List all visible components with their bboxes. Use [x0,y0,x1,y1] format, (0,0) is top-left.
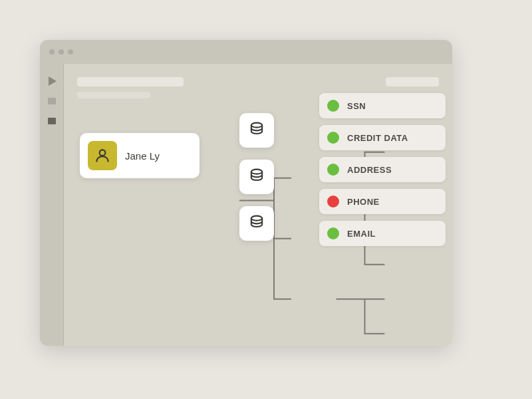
content-bar-right [386,77,439,86]
data-row-label-phone: PHONE [347,197,380,207]
person-node: Jane Ly [80,133,200,178]
svg-point-0 [100,150,106,156]
database-node-2 [239,160,274,194]
data-row-address: ADDRESS [319,157,446,182]
person-icon [94,147,111,164]
status-dot-credit [327,132,339,144]
svg-point-3 [251,216,262,221]
person-avatar [88,141,117,170]
browser-titlebar [40,40,452,64]
status-dot-ssn [327,100,339,112]
database-node-3 [239,206,274,241]
status-dot-phone [327,196,339,207]
scene: Jane Ly [27,27,505,372]
svg-point-2 [251,170,262,174]
svg-point-1 [251,123,262,128]
traffic-dot-1 [49,49,55,55]
sidebar-rect-icon-1 [45,94,59,108]
database-node-1 [239,113,274,148]
data-row-credit: CREDIT DATA [319,125,446,150]
status-dot-address [327,164,339,176]
data-row-label-ssn: SSN [347,101,366,111]
data-row-email: EMAIL [319,221,446,246]
data-row-label-email: EMAIL [347,229,376,239]
data-row-label-address: ADDRESS [347,165,392,175]
person-name: Jane Ly [125,150,160,162]
sidebar-play-icon [45,74,59,88]
traffic-dot-3 [68,49,73,55]
status-dot-email [327,227,339,239]
traffic-dot-2 [59,49,64,55]
diagram-overlay: Jane Ly [66,93,532,399]
data-row-ssn: SSN [319,93,446,118]
data-row-phone: PHONE [319,189,446,214]
browser-sidebar [40,64,64,346]
content-bar-1 [77,77,184,86]
database-icon-2 [247,166,266,188]
sidebar-rect-icon-2 [45,114,59,128]
database-icon-1 [247,120,266,141]
data-rows-container: SSN CREDIT DATA ADDRESS PHONE EMAIL [319,93,446,246]
data-row-label-credit: CREDIT DATA [347,133,408,143]
database-icon-3 [247,213,266,234]
